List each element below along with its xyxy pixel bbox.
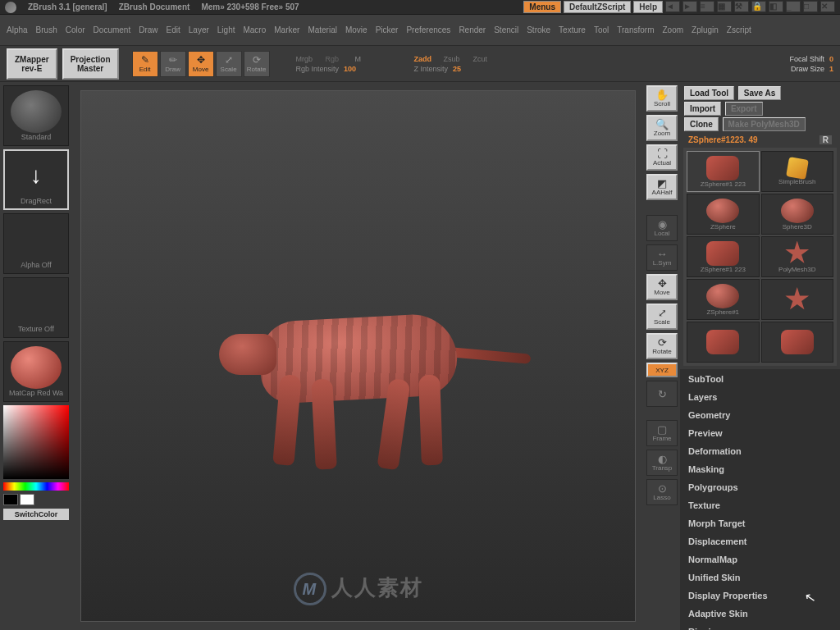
export-button[interactable]: Export (725, 102, 763, 116)
hue-strip[interactable] (3, 482, 69, 491)
material-thumb[interactable]: MatCap Red Wa (3, 341, 69, 402)
menu-zscript[interactable]: Zscript (727, 25, 751, 34)
m-label[interactable]: M (355, 55, 380, 63)
view-lasso-button[interactable]: ⊙Lasso (646, 479, 678, 505)
tool-slot-anim[interactable] (687, 322, 760, 363)
menu-layer[interactable]: Layer (189, 25, 209, 34)
rotate-mode-button[interactable]: ⟳Rotate (244, 51, 270, 77)
view-aahalf-button[interactable]: ◩AAHalf (646, 174, 678, 200)
view-scale-button[interactable]: ⤢Scale (646, 304, 678, 330)
tool-slot-ZSphere#1[interactable]: ZSphere#1 (687, 279, 760, 320)
view-xyz-button[interactable]: XYZ (646, 363, 678, 377)
tool-slot-Sphere3D[interactable]: Sphere3D (761, 194, 834, 235)
view-zoom-button[interactable]: 🔍Zoom (646, 115, 678, 141)
section-subtool[interactable]: SubTool (688, 374, 832, 384)
section-preview[interactable]: Preview (688, 428, 832, 438)
menu-brush[interactable]: Brush (36, 25, 57, 34)
prev-icon[interactable]: ◄ (665, 1, 680, 12)
section-polygroups[interactable]: Polygroups (688, 482, 832, 492)
menus-button[interactable]: Menus (523, 1, 561, 13)
view-frame-button[interactable]: ▢Frame (646, 420, 678, 446)
section-unified-skin[interactable]: Unified Skin (688, 573, 832, 582)
section-adaptive-skin[interactable]: Adaptive Skin (688, 609, 832, 619)
tool-slot-ZSphere#1 223[interactable]: ZSphere#1 223 (687, 151, 760, 192)
color-swatch-white[interactable] (20, 494, 34, 505)
clone-button[interactable]: Clone (684, 117, 719, 131)
save-as-button[interactable]: Save As (738, 86, 782, 100)
view--button[interactable]: ↻ (646, 381, 678, 407)
brush-thumb[interactable]: Standard (3, 85, 69, 146)
menu-movie[interactable]: Movie (345, 25, 368, 34)
import-button[interactable]: Import (684, 102, 721, 116)
load-tool-button[interactable]: Load Tool (684, 86, 734, 100)
menu-render[interactable]: Render (459, 25, 486, 34)
focal-shift-value[interactable]: 0 (829, 55, 833, 63)
menu-macro[interactable]: Macro (243, 25, 266, 34)
menu-marker[interactable]: Marker (274, 25, 299, 34)
menu-icon[interactable]: ≡ (700, 1, 714, 12)
menu-alpha[interactable]: Alpha (7, 25, 28, 34)
tool-slot-star[interactable] (761, 279, 834, 320)
menu-picker[interactable]: Picker (376, 25, 399, 34)
menu-transform[interactable]: Transform (617, 25, 654, 34)
z-intensity-value[interactable]: 25 (453, 65, 461, 73)
texture-thumb[interactable]: Texture Off (3, 277, 69, 338)
rgb-intensity-value[interactable]: 100 (344, 65, 356, 73)
color-swatch-black[interactable] (3, 494, 18, 505)
tool-slot-PolyMesh3D[interactable]: PolyMesh3D (761, 236, 834, 277)
section-displacement[interactable]: Displacement (688, 536, 832, 546)
section-morph-target[interactable]: Morph Target (688, 518, 832, 528)
zsub-label[interactable]: Zsub (444, 55, 468, 63)
lock-icon[interactable]: 🔒 (751, 1, 766, 12)
view-local-button[interactable]: ◉Local (646, 215, 678, 241)
alpha-thumb[interactable]: Alpha Off (3, 213, 69, 274)
menu-stencil[interactable]: Stencil (494, 25, 518, 34)
projection-master-button[interactable]: Projection Master (62, 48, 119, 80)
section-masking[interactable]: Masking (688, 464, 832, 474)
view-lsym-button[interactable]: ↔L.Sym (646, 244, 678, 271)
make-polymesh-button[interactable]: Make PolyMesh3D (723, 117, 806, 131)
draw-size-value[interactable]: 1 (829, 65, 833, 73)
view-move-button[interactable]: ✥Move (646, 274, 678, 300)
menu-light[interactable]: Light (217, 25, 235, 34)
viewport[interactable] (80, 90, 636, 622)
switch-color-button[interactable]: SwitchColor (3, 509, 69, 520)
menu-document[interactable]: Document (94, 25, 131, 34)
menu-material[interactable]: Material (308, 25, 337, 34)
tool-slot-anim[interactable] (761, 322, 834, 363)
menu-zoom[interactable]: Zoom (662, 25, 683, 34)
r-button[interactable]: R (819, 135, 832, 144)
menu-edit[interactable]: Edit (167, 25, 180, 34)
window-icon[interactable]: ◧ (769, 1, 783, 12)
view-actual-button[interactable]: ⛶Actual (646, 144, 678, 171)
tool-slot-ZSphere[interactable]: ZSphere (687, 194, 760, 235)
stroke-thumb[interactable]: ↓ DragRect (3, 149, 69, 210)
section-texture[interactable]: Texture (688, 500, 832, 510)
scale-mode-button[interactable]: ⤢Scale (216, 51, 242, 77)
help-button[interactable]: Help (633, 1, 663, 13)
next-icon[interactable]: ► (682, 1, 697, 12)
tool-icon[interactable]: ⚒ (734, 1, 749, 12)
section-layers[interactable]: Layers (688, 392, 832, 402)
menu-texture[interactable]: Texture (559, 25, 586, 34)
view-transp-button[interactable]: ◐Transp (646, 450, 678, 476)
rgb-label[interactable]: Rgb (326, 55, 350, 63)
tool-slot-SimpleBrush[interactable]: SimpleBrush (761, 151, 834, 192)
section-rigging[interactable]: Rigging (688, 627, 832, 630)
menu-tool[interactable]: Tool (594, 25, 609, 34)
grid-icon[interactable]: ▦ (717, 1, 732, 12)
section-normalmap[interactable]: NormalMap (688, 555, 832, 564)
close-icon[interactable]: ✕ (820, 1, 835, 12)
view-scroll-button[interactable]: ✋Scroll (646, 85, 678, 112)
minimize-icon[interactable]: _ (786, 1, 801, 12)
mrgb-label[interactable]: Mrgb (296, 55, 321, 63)
view-rotate-button[interactable]: ⟳Rotate (646, 333, 678, 359)
zadd-label[interactable]: Zadd (414, 55, 439, 63)
zcut-label[interactable]: Zcut (473, 55, 498, 63)
tool-slot-ZSphere#1 223[interactable]: ZSphere#1 223 (687, 236, 760, 277)
default-zscript-button[interactable]: DefaultZScript (564, 1, 631, 13)
menu-color[interactable]: Color (66, 25, 85, 34)
menu-preferences[interactable]: Preferences (406, 25, 450, 34)
menu-draw[interactable]: Draw (139, 25, 158, 34)
zmapper-button[interactable]: ZMapper rev-E (7, 48, 57, 80)
